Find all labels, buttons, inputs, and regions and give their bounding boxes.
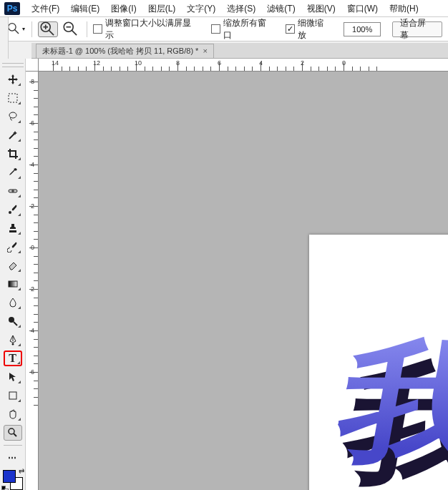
menu-window[interactable]: 窗口(W) — [341, 1, 384, 16]
menu-file[interactable]: 文件(F) — [26, 1, 65, 16]
history-brush-tool[interactable] — [4, 239, 22, 255]
gradient-tool[interactable] — [4, 276, 22, 292]
default-colors-button[interactable] — [1, 486, 9, 490]
menu-help[interactable]: 帮助(H) — [384, 1, 424, 16]
swap-colors-button[interactable]: ⇄ — [19, 467, 24, 475]
close-tab-button[interactable]: × — [203, 46, 207, 55]
svg-point-20 — [11, 343, 14, 346]
svg-point-15 — [9, 211, 11, 214]
zoom-percent-field[interactable]: 100% — [344, 22, 381, 36]
svg-line-11 — [9, 134, 14, 139]
options-grip — [0, 17, 9, 41]
svg-point-22 — [9, 428, 14, 434]
toolbox-grip[interactable] — [2, 63, 24, 67]
color-swatches[interactable]: ⇄ — [3, 470, 23, 490]
zoom-in-icon — [39, 20, 57, 39]
svg-line-3 — [49, 30, 54, 34]
shape-tool[interactable] — [4, 388, 22, 403]
zoom-out-icon — [62, 20, 80, 39]
foreground-color-swatch[interactable] — [3, 470, 16, 483]
menu-layer[interactable]: 图层(L) — [142, 1, 182, 16]
type-tool[interactable]: T — [4, 351, 22, 366]
move-tool[interactable] — [4, 72, 22, 87]
checkbox-icon — [93, 24, 102, 34]
fit-screen-button[interactable]: 适合屏幕 — [392, 21, 442, 37]
separator — [31, 21, 32, 37]
horizontal-ruler[interactable]: 14121086420 — [39, 59, 448, 72]
scrubby-zoom-checkbox[interactable]: 细微缩放 — [286, 17, 332, 41]
svg-line-18 — [14, 322, 17, 325]
document-tab[interactable]: 未标题-1 @ 100% (我哈哈 拷贝 11, RGB/8) * × — [36, 44, 214, 58]
svg-rect-9 — [9, 94, 17, 102]
stamp-tool[interactable] — [4, 220, 22, 236]
menu-type[interactable]: 文字(Y) — [181, 1, 221, 16]
brush-tool[interactable] — [4, 202, 22, 217]
tool-preset-picker[interactable]: ▾ — [6, 21, 26, 37]
blur-tool[interactable] — [4, 295, 22, 310]
type-icon: T — [9, 352, 16, 365]
document-tab-title: 未标题-1 @ 100% (我哈哈 拷贝 11, RGB/8) * — [42, 46, 198, 57]
scrubby-zoom-label: 细微缩放 — [298, 17, 332, 41]
document-area: 14121086420 86420246 我 我 — [26, 59, 448, 490]
canvas-viewport[interactable]: 我 我 — [39, 72, 448, 490]
zoom-all-checkbox[interactable]: 缩放所有窗口 — [211, 17, 275, 41]
svg-line-23 — [14, 433, 16, 436]
svg-point-10 — [9, 112, 16, 118]
canvas-page[interactable]: 我 我 — [309, 235, 448, 490]
lasso-tool[interactable] — [4, 109, 22, 124]
svg-rect-21 — [9, 392, 16, 399]
edit-toolbar-button[interactable]: ⋯ — [4, 450, 22, 466]
svg-point-0 — [9, 24, 16, 31]
eraser-tool[interactable] — [4, 258, 22, 273]
checkbox-checked-icon — [286, 24, 295, 34]
marquee-tool[interactable] — [4, 90, 22, 106]
dodge-tool[interactable] — [4, 313, 22, 329]
separator — [87, 21, 87, 37]
path-select-tool[interactable] — [4, 369, 22, 385]
tabbar-grip — [0, 41, 9, 59]
hand-tool[interactable] — [4, 406, 22, 422]
menu-filter[interactable]: 滤镜(T) — [261, 1, 301, 16]
resize-window-label: 调整窗口大小以满屏显示 — [105, 17, 200, 41]
eyedropper-tool[interactable] — [4, 165, 22, 180]
zoom-all-label: 缩放所有窗口 — [223, 17, 275, 41]
magnifier-icon — [7, 427, 19, 438]
svg-line-1 — [15, 30, 19, 34]
resize-window-checkbox[interactable]: 调整窗口大小以满屏显示 — [93, 17, 200, 41]
checkbox-icon — [211, 24, 220, 34]
svg-line-7 — [72, 30, 77, 34]
svg-rect-16 — [9, 281, 17, 287]
zoom-out-button[interactable] — [61, 21, 81, 37]
ellipsis-icon: ⋯ — [8, 453, 17, 463]
app-logo: Ps — [3, 1, 21, 16]
menu-image[interactable]: 图像(I) — [105, 1, 142, 16]
artwork-text-layer[interactable]: 我 — [326, 315, 448, 490]
vertical-ruler[interactable]: 86420246 — [26, 72, 39, 490]
crop-tool[interactable] — [4, 146, 22, 162]
svg-point-17 — [9, 317, 14, 323]
zoom-in-button[interactable] — [38, 21, 58, 37]
toolbox: T ⋯ ⇄ — [0, 59, 26, 490]
chevron-down-icon: ▾ — [22, 26, 25, 32]
divider — [4, 445, 22, 446]
healing-brush-tool[interactable] — [4, 183, 22, 199]
menu-view[interactable]: 视图(V) — [301, 1, 341, 16]
magic-wand-tool[interactable] — [4, 127, 22, 143]
menu-select[interactable]: 选择(S) — [221, 1, 261, 16]
zoom-tool[interactable] — [4, 425, 22, 441]
menu-edit[interactable]: 编辑(E) — [65, 1, 105, 16]
ruler-origin[interactable] — [26, 59, 39, 72]
pen-tool[interactable] — [4, 332, 22, 348]
